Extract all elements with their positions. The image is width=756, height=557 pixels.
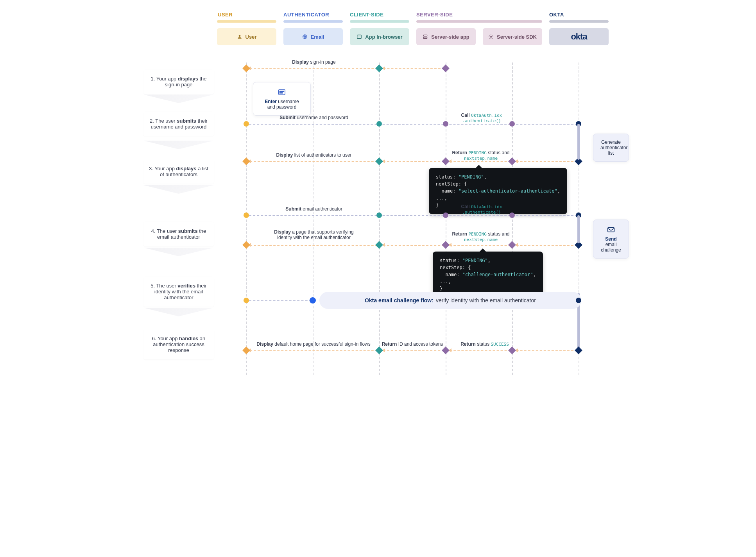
label-return-pending2: Return PENDING status and nextStep.name bbox=[450, 231, 512, 242]
arrow-r1 bbox=[250, 68, 444, 69]
band-challenge-flow: Okta email challenge flow: verify identi… bbox=[319, 292, 581, 309]
chevron-2 bbox=[143, 141, 214, 149]
chevron-1 bbox=[143, 95, 214, 103]
node-r1-user bbox=[242, 64, 250, 72]
activation-2 bbox=[577, 215, 580, 243]
bar-okta bbox=[549, 20, 609, 23]
callout-enter: Enter username and password bbox=[253, 82, 311, 116]
label-return-pending1: Return PENDING status and nextstep.name bbox=[450, 150, 512, 161]
node-r6-user bbox=[242, 346, 250, 354]
bar-clientside bbox=[350, 20, 409, 23]
code-block-2: status: "PENDING", nextStep: { name: "ch… bbox=[433, 252, 543, 298]
step-4: 4. The user submits the email authentica… bbox=[143, 222, 214, 246]
node-r4-sdk bbox=[509, 212, 515, 218]
node-band-okta bbox=[576, 298, 581, 303]
node-band-email bbox=[310, 297, 316, 303]
step-3: 3. Your app displays a list of authentic… bbox=[143, 159, 214, 184]
svg-rect-8 bbox=[608, 228, 614, 232]
bar-authenticator bbox=[283, 20, 343, 23]
node-r6-sapp bbox=[442, 346, 450, 354]
node-r6-okta bbox=[575, 346, 582, 354]
okta-logo: okta bbox=[571, 32, 587, 42]
callout-gen-list: Generate authenticator list bbox=[593, 134, 629, 162]
step-5: 5. The user verifies their identity with… bbox=[143, 277, 214, 307]
node-band-user bbox=[244, 298, 249, 303]
lane-email: Email bbox=[283, 28, 343, 45]
server-icon bbox=[423, 34, 428, 39]
svg-rect-7 bbox=[280, 93, 283, 93]
node-r6-sdk bbox=[508, 346, 516, 354]
lane-user: User bbox=[217, 28, 276, 45]
arrow-r6 bbox=[250, 350, 577, 351]
label-display-list: Display list of authenticators to user bbox=[267, 152, 361, 158]
node-r2-sapp bbox=[443, 121, 448, 127]
mail-icon bbox=[607, 225, 615, 234]
arrow-r2 bbox=[249, 124, 577, 125]
node-r2-app bbox=[376, 121, 382, 127]
activation-1 bbox=[577, 124, 580, 160]
col-header-clientside: CLIENT-SIDE bbox=[350, 12, 383, 18]
browser-icon bbox=[357, 34, 362, 39]
life-serversdk bbox=[512, 62, 513, 375]
node-r2-sdk bbox=[509, 121, 515, 127]
col-header-okta: OKTA bbox=[549, 12, 564, 18]
lane-server-sdk: Server-side SDK bbox=[483, 28, 542, 45]
node-r5-app bbox=[375, 241, 383, 249]
label-call-auth: Call OktaAuth.idx .authenticate() bbox=[452, 112, 511, 123]
label-display-home: Display default home page for successful… bbox=[253, 341, 374, 347]
node-r1-server bbox=[442, 64, 450, 72]
arrow-r4 bbox=[249, 215, 577, 216]
form-icon bbox=[278, 88, 286, 96]
node-r3-sapp bbox=[442, 157, 450, 165]
node-r3-user bbox=[242, 157, 250, 165]
step-2: 2. The user submits their username and p… bbox=[143, 112, 214, 136]
svg-point-4 bbox=[490, 36, 492, 37]
label-display-verify: Display a page that supports verifying i… bbox=[269, 229, 359, 240]
col-header-user: USER bbox=[218, 12, 233, 18]
svg-rect-5 bbox=[279, 90, 285, 95]
chevron-4 bbox=[143, 248, 214, 256]
label-submit-up: Submit username and password bbox=[267, 115, 361, 120]
globe-icon bbox=[302, 34, 308, 39]
node-r6-app bbox=[375, 346, 383, 354]
lane-app: App In-browser bbox=[350, 28, 409, 45]
arrow-r5 bbox=[250, 245, 577, 246]
life-serverapp bbox=[446, 62, 446, 375]
svg-rect-3 bbox=[424, 37, 427, 39]
chevron-5 bbox=[143, 308, 214, 316]
label-call-auth2: Call OktaAuth.idx .authenticate() bbox=[452, 204, 511, 215]
node-r4-app bbox=[376, 212, 382, 218]
svg-rect-1 bbox=[357, 35, 362, 38]
node-r4-user bbox=[244, 212, 249, 218]
life-app bbox=[379, 62, 380, 375]
node-r5-sdk bbox=[508, 241, 516, 249]
user-icon bbox=[237, 34, 242, 39]
col-header-authenticator: AUTHENTICATOR bbox=[283, 12, 329, 18]
lane-okta: okta bbox=[549, 28, 609, 45]
node-r1-app bbox=[375, 64, 383, 72]
svg-rect-6 bbox=[280, 91, 284, 92]
label-return-tokens: Return ID and access tokens bbox=[378, 341, 447, 347]
node-r3-app bbox=[375, 157, 383, 165]
gear-icon bbox=[488, 34, 494, 39]
sequence-diagram: USER AUTHENTICATOR CLIENT-SIDE SERVER-SI… bbox=[128, 12, 628, 375]
label-return-success: Return status SUCCESS bbox=[455, 341, 514, 347]
step-1: 1. Your app displays the sign-in page bbox=[143, 70, 214, 94]
node-r2-user bbox=[244, 121, 249, 127]
life-email bbox=[313, 62, 314, 375]
arrow-r3 bbox=[250, 161, 577, 162]
node-r5-user bbox=[242, 241, 250, 249]
callout-send-email: Send email challenge bbox=[593, 220, 629, 259]
node-r4-sapp bbox=[443, 212, 448, 218]
chevron-3 bbox=[143, 185, 214, 194]
arrow-band-left bbox=[249, 300, 312, 301]
life-user bbox=[246, 62, 247, 375]
svg-rect-2 bbox=[424, 35, 427, 36]
step-6: 6. Your app handles an authentication su… bbox=[143, 329, 214, 359]
col-header-serverside: SERVER-SIDE bbox=[416, 12, 453, 18]
node-r5-sapp bbox=[442, 241, 450, 249]
label-submit-email: Submit email authenticator bbox=[267, 206, 361, 212]
lane-server-app: Server-side app bbox=[416, 28, 476, 45]
bar-user bbox=[217, 20, 276, 23]
bar-serverside bbox=[416, 20, 542, 23]
